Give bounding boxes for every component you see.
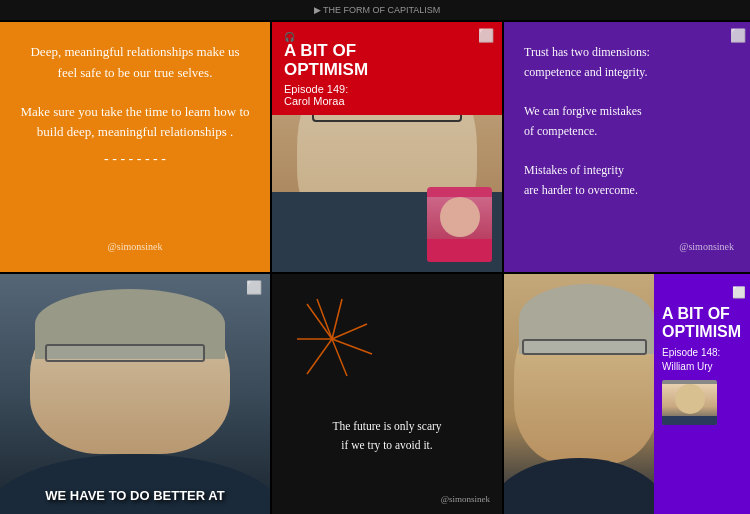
starburst-icon <box>287 294 377 384</box>
top-banner: ▶ THE FORM OF CAPITALISM <box>0 0 750 20</box>
guest-thumbnail <box>662 380 717 425</box>
future-quote: The future is only scary if we try to av… <box>272 397 502 474</box>
trust-quote-card[interactable]: ⬜ Trust has two dimensions: competence a… <box>504 22 750 272</box>
podcast-video-cell[interactable]: ⬜ A BIT OF OPTIMISM Episode 148: William… <box>504 274 750 514</box>
podcast-title-1: A BIT OF OPTIMISM <box>284 42 490 79</box>
svg-line-7 <box>317 299 332 339</box>
podcast-card-1[interactable]: 🎧 A BIT OF OPTIMISM Episode 149: Carol M… <box>272 22 502 272</box>
handle-3: @simonsinek <box>524 241 734 252</box>
quote-text-1: Deep, meaningful relationships make us f… <box>20 42 250 84</box>
svg-line-0 <box>307 304 332 339</box>
storage-icon-4: ⬜ <box>246 280 262 296</box>
future-quote-card[interactable]: The future is only scary if we try to av… <box>272 274 502 514</box>
podcast-info-sidebar[interactable]: ⬜ A BIT OF OPTIMISM Episode 148: William… <box>654 274 750 514</box>
svg-line-5 <box>332 339 372 354</box>
podcast-title-2: A BIT OF OPTIMISM <box>662 305 746 340</box>
handle-1: @simonsinek <box>20 241 250 252</box>
trust-quote-3: Mistakes of integrity are harder to over… <box>524 160 734 201</box>
quote-card-1[interactable]: Deep, meaningful relationships make us f… <box>0 22 270 272</box>
handle-5: @simonsinek <box>441 494 490 504</box>
storage-icon-2: ⬜ <box>730 28 746 44</box>
podcast-episode-1: Episode 149: Carol Moraa <box>284 83 490 107</box>
quote-divider: - - - - - - - - <box>20 151 250 167</box>
guest-face-area <box>504 274 654 514</box>
svg-line-4 <box>332 324 367 339</box>
svg-line-3 <box>332 299 342 339</box>
svg-line-2 <box>307 339 332 374</box>
storage-icon-6: ⬜ <box>732 286 746 299</box>
podcast-episode-2: Episode 148: William Ury <box>662 346 746 374</box>
trust-quote-1: Trust has two dimensions: competence and… <box>524 42 734 83</box>
storage-icon-1: ⬜ <box>478 28 494 44</box>
video-caption: WE HAVE TO DO BETTER AT <box>45 488 224 503</box>
trust-quote-2: We can forgive mistakes of competence. <box>524 101 734 142</box>
quote-text-2: Make sure you take the time to learn how… <box>20 102 250 144</box>
video-cell[interactable]: ⬜ WE HAVE TO DO BETTER AT <box>0 274 270 514</box>
